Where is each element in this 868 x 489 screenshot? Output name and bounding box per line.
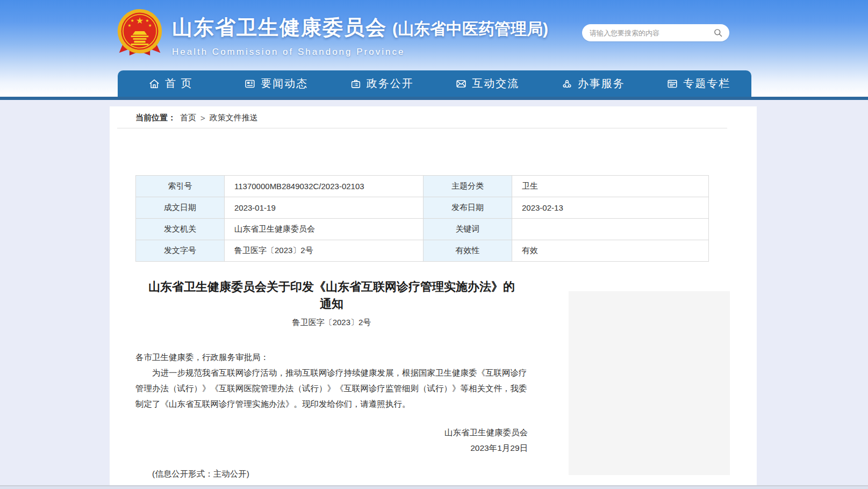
site-title-english: Health Commission of Shandong Province — [172, 47, 548, 57]
meta-value: 2023-01-19 — [225, 197, 424, 219]
side-placeholder-box — [569, 291, 730, 475]
meta-value: 卫生 — [512, 176, 709, 197]
meta-label: 成文日期 — [136, 197, 225, 219]
document-meta-table: 索引号 11370000MB2849032C/2023-02103 主题分类 卫… — [135, 175, 709, 262]
nav-item-gov-disclosure[interactable]: 政务公开 — [329, 70, 435, 97]
meta-value: 山东省卫生健康委员会 — [225, 219, 424, 240]
table-row: 索引号 11370000MB2849032C/2023-02103 主题分类 卫… — [136, 176, 709, 197]
meta-label: 有效性 — [424, 240, 512, 262]
national-emblem-icon: ★ ★ ★ ★ ★ — [115, 8, 164, 57]
site-title: 山东省卫生健康委员会 — [172, 14, 387, 41]
badge-icon — [350, 78, 362, 90]
nav-item-services[interactable]: 办事服务 — [540, 70, 646, 97]
svg-text:★: ★ — [131, 18, 134, 23]
meta-label: 发文机关 — [136, 219, 225, 240]
site-subtitle: (山东省中医药管理局) — [392, 18, 548, 40]
service-icon — [561, 78, 573, 90]
meta-value: 有效 — [512, 240, 709, 262]
svg-text:★: ★ — [145, 18, 149, 23]
meta-label: 发文字号 — [136, 240, 225, 262]
svg-text:★: ★ — [127, 23, 131, 28]
article: 山东省卫生健康委员会关于印发《山东省互联网诊疗管理实施办法》的通知 鲁卫医字〔2… — [135, 278, 528, 480]
nav-item-home[interactable]: 首 页 — [118, 70, 224, 97]
nav-label: 互动交流 — [472, 76, 519, 91]
table-row: 发文机关 山东省卫生健康委员会 关键词 — [136, 219, 709, 240]
news-icon — [244, 78, 256, 90]
disclosure-note: (信息公开形式：主动公开) — [135, 469, 528, 480]
meta-value: 2023-02-13 — [512, 197, 709, 219]
article-paragraph: 为进一步规范我省互联网诊疗活动，推动互联网诊疗持续健康发展，根据国家卫生健康委《… — [135, 365, 528, 412]
meta-label: 索引号 — [136, 176, 225, 197]
nav-label: 首 页 — [165, 76, 193, 91]
breadcrumb-separator: > — [200, 113, 205, 123]
article-sign-date: 2023年1月29日 — [135, 440, 528, 456]
search-input[interactable] — [590, 29, 713, 37]
nav-item-news[interactable]: 要闻动态 — [224, 70, 329, 97]
svg-text:★: ★ — [136, 16, 144, 25]
breadcrumb-divider — [117, 128, 727, 128]
article-salutation: 各市卫生健康委，行政服务审批局： — [135, 349, 528, 365]
envelope-icon — [455, 78, 467, 90]
meta-label: 关键词 — [424, 219, 512, 240]
article-signer: 山东省卫生健康委员会 — [135, 425, 528, 440]
nav-item-special-columns[interactable]: 专题专栏 — [646, 70, 752, 97]
breadcrumb: 当前位置： 首页 > 政策文件推送 — [135, 113, 258, 123]
nav-item-interaction[interactable]: 互动交流 — [435, 70, 541, 97]
site-search — [582, 24, 729, 41]
nav-label: 专题专栏 — [683, 76, 730, 91]
columns-icon — [666, 78, 678, 90]
breadcrumb-current-link[interactable]: 政策文件推送 — [210, 113, 258, 123]
breadcrumb-home-link[interactable]: 首页 — [180, 113, 196, 123]
page: ★ ★ ★ ★ ★ 山东省卫生健康委员会 (山东省中医药管理局) Health … — [0, 0, 868, 489]
svg-text:★: ★ — [148, 23, 152, 28]
footer-divider — [0, 485, 868, 489]
breadcrumb-label: 当前位置： — [135, 113, 176, 123]
meta-value: 11370000MB2849032C/2023-02103 — [225, 176, 424, 197]
nav-label: 办事服务 — [578, 76, 625, 91]
main-nav: 首 页 要闻动态 政务公开 互动交 — [118, 70, 751, 97]
home-icon — [148, 78, 160, 90]
meta-label: 主题分类 — [424, 176, 512, 197]
nav-label: 政务公开 — [367, 76, 414, 91]
site-logo-link[interactable]: ★ ★ ★ ★ ★ — [115, 8, 164, 57]
meta-value — [512, 219, 709, 240]
table-row: 成文日期 2023-01-19 发布日期 2023-02-13 — [136, 197, 709, 219]
meta-value: 鲁卫医字〔2023〕2号 — [225, 240, 424, 262]
article-doc-number: 鲁卫医字〔2023〕2号 — [135, 318, 528, 328]
nav-underline-strip — [0, 97, 868, 100]
table-row: 发文字号 鲁卫医字〔2023〕2号 有效性 有效 — [136, 240, 709, 262]
search-icon[interactable] — [713, 28, 723, 38]
site-titles: 山东省卫生健康委员会 (山东省中医药管理局) Health Commission… — [172, 14, 548, 57]
meta-label: 发布日期 — [424, 197, 512, 219]
nav-label: 要闻动态 — [261, 76, 308, 91]
article-title: 山东省卫生健康委员会关于印发《山东省互联网诊疗管理实施办法》的通知 — [144, 278, 520, 313]
main-content: 当前位置： 首页 > 政策文件推送 索引号 11370000MB2849032C… — [110, 106, 757, 486]
